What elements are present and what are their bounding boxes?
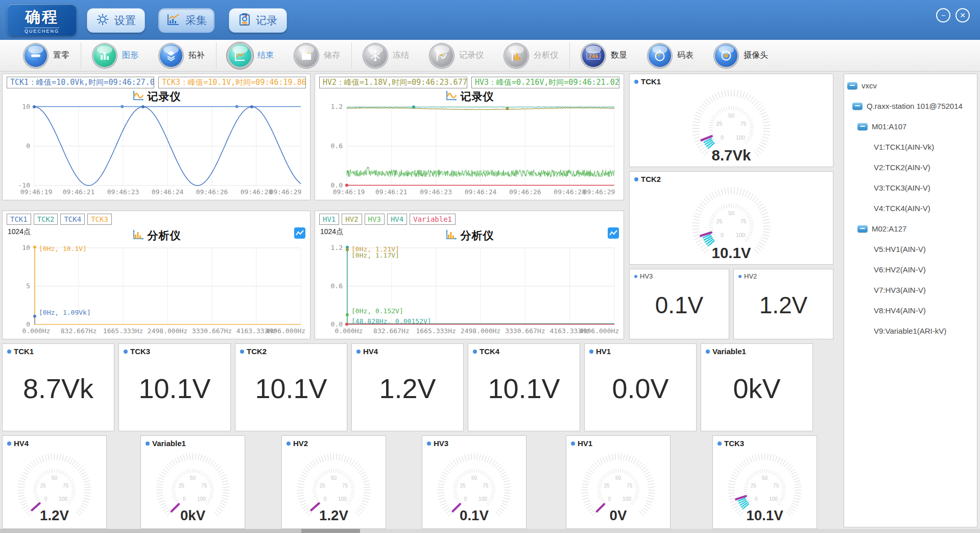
svg-text:100: 100 [736,232,745,238]
scrollbar-thumb[interactable] [301,529,360,533]
tree-expand-icon[interactable] [857,225,868,233]
tree-expand-icon[interactable] [852,102,863,110]
gauge-label-text: HV1 [578,439,592,448]
tree-item-V8:HV4(AIN-V)[interactable]: V8:HV4(AIN-V) [844,301,977,319]
minimize-button[interactable]: − [936,8,950,22]
toolbar-item-置零[interactable]: 置零 [13,40,80,71]
svg-text:50: 50 [471,475,477,481]
topology-icon [159,43,183,68]
tree-item-M02:A127[interactable]: M02:A127 [844,219,977,238]
channel-tab-TCK3[interactable]: TCK3 [87,214,112,225]
channel-tab-HV2[interactable]: HV2 [342,214,362,225]
tree-item-Q.raxx-station 101@752014[interactable]: Q.raxx-station 101@752014 [844,97,977,115]
freeze-icon [363,43,388,68]
x-tick-label: 09:46:28 [241,188,273,196]
numeric-label-text: TCK3 [130,347,150,356]
numeric-label-text: HV2 [744,272,757,280]
channel-dot-icon [571,442,575,446]
settings-button[interactable]: 设置 [87,8,145,33]
chart-area: 09:46:1909:46:2109:46:2309:46:2409:46:26… [316,88,623,199]
tree-expand-icon[interactable] [847,82,857,89]
title-bar: 确程 QUECHENG 设置 采集 记录 − ✕ [0,0,980,40]
tree-expand-icon[interactable] [857,123,868,130]
toolbar-item-label: 图形 [122,50,138,61]
x-tick-label: 1665.333Hz [416,327,456,335]
tree-item-label: V5:HV1(AIN-V) [874,245,926,253]
svg-text:100: 100 [623,496,631,502]
toolbar-item-label: 记录仪 [459,50,484,61]
gauge-label: HV1 [571,439,592,448]
peak-info-row: HV2：峰值=1.18V,时间=09:46:23.677HV3：峰值=0.216… [315,74,624,88]
chart-area: 0.000Hz832.667Hz1665.333Hz2498.000Hz3330… [316,225,623,338]
tree-item-label: V9:Variable1(ARI-kV) [874,327,946,335]
channel-tab-TCK1[interactable]: TCK1 [7,214,31,225]
tree-item-V3:TCK3(AIN-V)[interactable]: V3:TCK3(AIN-V) [844,178,977,197]
channel-tab-TCK4[interactable]: TCK4 [60,214,85,225]
scrollbar-track-segment [0,529,301,533]
tree-item-V7:HV3(AIN-V)[interactable]: V7:HV3(AIN-V) [844,281,977,299]
app-logo: 确程 QUECHENG [7,4,77,36]
record-button[interactable]: 记录 [229,8,287,33]
tree-item-vxcv[interactable]: vxcv [844,76,977,95]
toolbar-item-摄像头[interactable]: 摄像头 [704,40,778,71]
tree-item-M01:A107[interactable]: M01:A107 [844,117,977,135]
gauge-dial: 02550751001.2V [282,447,386,527]
device-tree-panel: vxcvQ.raxx-station 101@752014M01:A107V1:… [844,74,977,527]
tree-item-V4:TCK4(AIN-V)[interactable]: V4:TCK4(AIN-V) [844,199,977,217]
svg-text:0: 0 [721,232,724,238]
minimize-glyph: − [941,11,945,19]
tree-item-V2:TCK2(AIN-V)[interactable]: V2:TCK2(AIN-V) [844,158,977,176]
capture-button[interactable]: 采集 [158,8,214,33]
y-tick-label: 5 [26,282,30,290]
toolbar-item-码表[interactable]: 码表 [637,40,704,71]
toolbar-divider [216,42,217,69]
channel-dot-icon [718,442,722,446]
close-button[interactable]: ✕ [955,8,970,22]
channel-tab-HV4[interactable]: HV4 [387,214,407,225]
toolbar-item-图形[interactable]: 图形 [82,40,149,71]
toolbar-item-储存: 储存 [284,40,350,71]
gauge-label: HV3 [427,439,448,448]
channel-tab-HV3[interactable]: HV3 [365,214,385,225]
tree-item-label: V6:HV2(AIN-V) [874,265,926,274]
toolbar-item-数显[interactable]: 246数显 [571,40,637,71]
recorder2-panel: HV2：峰值=1.18V,时间=09:46:23.677HV3：峰值=0.216… [315,74,624,200]
svg-text:50: 50 [331,475,337,481]
tree-item-V1:TCK1(AIN-Vk)[interactable]: V1:TCK1(AIN-Vk) [844,137,977,156]
gauge-label-text: HV3 [434,439,448,448]
channel-dot-icon [738,275,742,278]
numeric-panel-HV1: HV10.0V [584,343,697,431]
x-tick-label: 09:46:23 [420,188,452,196]
gauge-label: HV2 [286,439,308,448]
tree-item-V9:Variable1(ARI-kV)[interactable]: V9:Variable1(ARI-kV) [844,321,977,340]
channel-dot-icon [146,442,150,446]
x-tick-label: 832.667Hz [373,327,409,335]
tree-item-label: V1:TCK1(AIN-Vk) [874,143,934,151]
analyzer1-plot: 0.000Hz832.667Hz1665.333Hz2498.000Hz3330… [4,225,309,338]
toolbar-item-label: 储存 [324,50,340,61]
numeric-value: 1.2V [734,291,833,319]
tree-item-V5:HV1(AIN-V)[interactable]: V5:HV1(AIN-V) [844,240,977,258]
svg-text:246: 246 [588,53,599,59]
channel-dot-icon [706,350,710,354]
numeric-label-text: TCK4 [480,347,499,356]
numeric-value: 10.1V [235,373,347,404]
toolbar-item-结束[interactable]: 结束 [218,40,284,71]
numeric-value: 10.1V [119,373,230,404]
toolbar-item-拓补[interactable]: 拓补 [149,40,215,71]
horizontal-scrollbar[interactable] [0,529,980,533]
tree-item-label: V7:HV3(AIN-V) [874,286,926,294]
tree-item-label: vxcv [862,81,877,90]
channel-tab-Variable1[interactable]: Variable1 [410,214,456,225]
tree-item-label: V8:HV4(AIN-V) [874,306,926,315]
channel-dot-icon [356,350,361,354]
tree-item-V6:HV2(AIN-V)[interactable]: V6:HV2(AIN-V) [844,260,977,279]
svg-text:0: 0 [608,496,611,502]
chart-area: 0.000Hz832.667Hz1665.333Hz2498.000Hz3330… [4,225,309,338]
finish-icon [228,43,252,68]
svg-text:0: 0 [183,496,186,502]
channel-tab-HV1[interactable]: HV1 [319,214,339,225]
numeric-panel-Variable1: Variable10kV [701,343,813,431]
recorder-icon [429,43,454,68]
channel-tab-TCK2[interactable]: TCK2 [34,214,58,225]
